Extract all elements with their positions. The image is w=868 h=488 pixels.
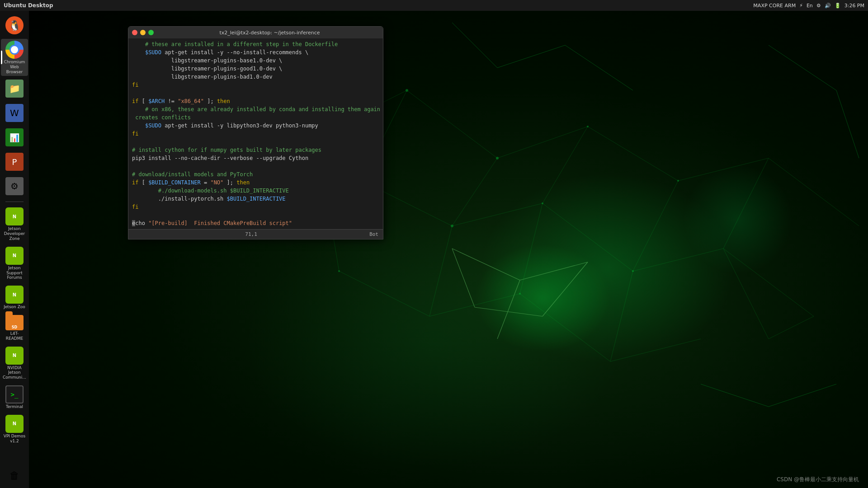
svg-point-35 <box>338 270 340 272</box>
close-button[interactable] <box>132 30 137 35</box>
terminal-taskbar-icon: >_ <box>5 385 24 404</box>
term-line: libgstreamer-plugins-bad1.0-dev <box>128 73 383 81</box>
terminal-title: tx2_lei@tx2-desktop: ~/jetson-inference <box>160 30 379 36</box>
terminal-titlebar: tx2_lei@tx2-desktop: ~/jetson-inference <box>128 27 383 38</box>
svg-line-48 <box>836 90 859 158</box>
jetson-zoo-label: Jetson Zoo <box>4 305 25 310</box>
system-tray: MAXP CORE ARM ⚡ En ⚙ 🔊 🔋 3:26 PM <box>753 3 864 9</box>
desktop: Ubuntu Desktop MAXP CORE ARM ⚡ En ⚙ 🔊 🔋 … <box>0 0 868 488</box>
term-line <box>128 89 383 97</box>
term-line: ./install-pytorch.sh $BUILD_INTERACTIVE <box>128 195 383 203</box>
writer-icon: W <box>5 104 24 122</box>
calc-icon: 📊 <box>5 128 24 146</box>
settings-icon: ⚙ <box>5 177 24 195</box>
svg-point-27 <box>406 89 408 92</box>
taskbar: 🐧 ChromiumWebBrowser 📁 W 📊 P ⚙ <box>0 11 29 488</box>
sidebar-item-writer[interactable]: W <box>1 102 28 125</box>
term-line: # on x86, these are already installed by… <box>128 105 383 113</box>
term-line <box>128 211 383 219</box>
sidebar-item-jetson-dev[interactable]: N JetsonDeveloperZone <box>1 206 28 243</box>
sidebar-item-calc[interactable]: 📊 <box>1 127 28 149</box>
folder-l4t-icon: SD <box>5 315 24 330</box>
separator-1 <box>5 202 24 202</box>
terminal-content[interactable]: # these are installed in a different ste… <box>128 38 383 229</box>
svg-point-28 <box>496 157 499 160</box>
files-icon: 📁 <box>5 80 24 98</box>
audio-icon[interactable]: 🔊 <box>825 3 831 9</box>
desktop-label: Ubuntu Desktop <box>4 2 53 9</box>
impress-icon: P <box>5 153 24 171</box>
term-line: # download/install models and PyTorch <box>128 170 383 178</box>
svg-line-3 <box>678 158 769 181</box>
ubuntu-icon: 🐧 <box>5 16 24 34</box>
vpi-label: VPI Demosv1.2 <box>4 434 26 444</box>
nvidia-zoo-icon: N <box>5 286 24 304</box>
sidebar-item-jetson-zoo[interactable]: N Jetson Zoo <box>1 284 28 311</box>
watermark: CSDN @鲁棒最小二乘支持向量机 <box>777 476 859 483</box>
chromium-icon <box>5 41 24 59</box>
nvidia-dev-icon: N <box>5 207 24 225</box>
wifi-icon[interactable]: ⚡ <box>799 3 803 9</box>
svg-line-18 <box>723 158 769 249</box>
maximize-button[interactable] <box>148 30 154 35</box>
clock: 3:26 PM <box>844 3 864 9</box>
nvidia-vpi-icon: N <box>5 415 24 433</box>
svg-line-17 <box>633 181 678 271</box>
sidebar-item-impress[interactable]: P <box>1 151 28 174</box>
sidebar-item-l4t[interactable]: SD L4T-README <box>1 313 28 343</box>
term-line: pip3 install --no-cache-dir --verbose --… <box>128 154 383 162</box>
trash-icon: 🗑 <box>5 466 24 484</box>
sidebar-item-vpi[interactable]: N VPI Demosv1.2 <box>1 413 28 446</box>
term-line: fi <box>128 203 383 211</box>
active-indicator <box>1 51 2 64</box>
sidebar-item-settings[interactable]: ⚙ <box>1 175 28 198</box>
term-line: # these are installed in a different ste… <box>128 40 383 48</box>
bluetooth-icon[interactable]: ⚙ <box>816 3 821 9</box>
term-line: creates conflicts <box>128 113 383 122</box>
svg-line-0 <box>407 90 497 158</box>
svg-line-13 <box>610 339 701 361</box>
term-line <box>128 138 383 146</box>
sidebar-item-terminal[interactable]: >_ Terminal <box>1 384 28 411</box>
term-line: # install cython for if numpy gets built… <box>128 146 383 154</box>
sidebar-item-files[interactable]: 📁 <box>1 78 28 100</box>
sidebar-item-chromium[interactable]: ChromiumWebBrowser <box>1 39 28 76</box>
term-line <box>128 162 383 170</box>
svg-line-46 <box>565 45 633 90</box>
svg-line-50 <box>769 384 836 407</box>
term-line: fi <box>128 81 383 89</box>
svg-line-26 <box>769 316 814 339</box>
terminal-label: Terminal <box>6 404 23 409</box>
statusbar-scroll: Bot <box>369 231 378 237</box>
terminal-window: tx2_lei@tx2-desktop: ~/jetson-inference … <box>128 26 383 239</box>
svg-line-8 <box>633 249 723 271</box>
sidebar-item-jetson-support[interactable]: N JetsonSupportForums <box>1 245 28 282</box>
term-line: libgstreamer-plugins-good1.0-dev \ <box>128 65 383 73</box>
nvidia-comms-icon: N <box>5 347 24 365</box>
statusbar-position: 71,1 <box>245 231 257 237</box>
svg-line-49 <box>701 384 769 407</box>
term-line: fi <box>128 130 383 138</box>
taskbar-trash[interactable]: 🗑 <box>5 466 24 484</box>
svg-line-47 <box>769 45 836 90</box>
svg-line-9 <box>723 249 814 316</box>
term-line: if [ $ARCH != "x86_64" ]; then <box>128 97 383 105</box>
battery-icon[interactable]: 🔋 <box>835 3 841 9</box>
lang-indicator[interactable]: En <box>807 3 813 9</box>
term-line: echo "[Pre-build] Finished CMakePreBuild… <box>128 219 383 227</box>
minimize-button[interactable] <box>140 30 146 35</box>
terminal-statusbar: 71,1 Bot <box>128 229 383 239</box>
sidebar-item-jetson-comms[interactable]: N NVIDIAJetsonCommuni... <box>1 345 28 382</box>
nvidia-tray-label: MAXP CORE ARM <box>753 3 796 9</box>
svg-line-44 <box>452 23 497 68</box>
l4t-label: L4T-README <box>3 331 26 341</box>
jetson-support-label: JetsonSupportForums <box>6 266 23 280</box>
term-line: $SUDO apt-get install -y --no-install-re… <box>128 48 383 56</box>
term-line: $SUDO apt-get install -y libpython3-dev … <box>128 122 383 130</box>
jetson-comms-label: NVIDIAJetsonCommuni... <box>3 366 26 380</box>
top-panel: Ubuntu Desktop MAXP CORE ARM ⚡ En ⚙ 🔊 🔋 … <box>0 0 868 11</box>
chromium-label: ChromiumWebBrowser <box>4 60 25 74</box>
sidebar-item-ubuntu[interactable]: 🐧 <box>1 14 28 37</box>
svg-line-1 <box>497 127 588 158</box>
svg-point-30 <box>677 180 679 182</box>
